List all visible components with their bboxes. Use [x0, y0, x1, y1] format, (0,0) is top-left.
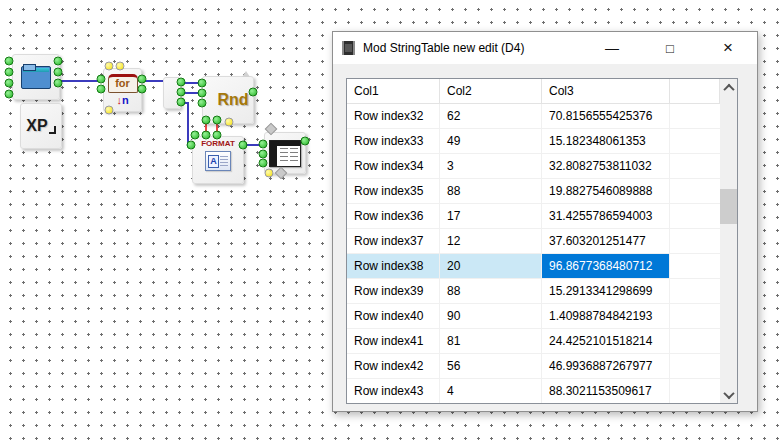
table-cell[interactable]: 88	[440, 179, 542, 203]
port-green[interactable]	[198, 99, 207, 108]
port-yellow[interactable]	[116, 62, 125, 71]
table-row[interactable]: Row index382096.8677368480712	[347, 254, 720, 279]
table-cell[interactable]: Row index42	[347, 354, 440, 378]
table-row[interactable]: Row index361731.4255786594003	[347, 204, 720, 229]
port-yellow[interactable]	[105, 62, 114, 71]
port-green[interactable]	[198, 89, 207, 98]
port-green[interactable]	[177, 88, 186, 97]
port-green[interactable]	[198, 79, 207, 88]
table-cell[interactable]: Row index41	[347, 329, 440, 353]
table-cell[interactable]: 31.4255786594003	[542, 204, 670, 228]
port-green[interactable]	[5, 68, 14, 77]
format-block[interactable]: FORMAT A	[192, 136, 244, 184]
port-green[interactable]	[259, 140, 268, 149]
column-header[interactable]: Col3	[542, 79, 670, 103]
table-row[interactable]: Row index358819.8827546089888	[347, 179, 720, 204]
table-cell[interactable]: 24.4252101518214	[542, 329, 670, 353]
port-green[interactable]	[259, 150, 268, 159]
table-cell[interactable]: 32.8082753811032	[542, 154, 670, 178]
port-green[interactable]	[259, 159, 268, 168]
port-green[interactable]	[5, 57, 14, 66]
port-green[interactable]	[97, 85, 106, 94]
table-cell[interactable]: Row index33	[347, 129, 440, 153]
port-green[interactable]	[5, 79, 14, 88]
table-cell[interactable]: 90	[440, 304, 542, 328]
table-row[interactable]: Row index418124.4252101518214	[347, 329, 720, 354]
string-table-listview[interactable]: Col1 Col2 Col3 Row index326270.815655542…	[346, 78, 738, 404]
port-green[interactable]	[202, 131, 211, 140]
port-green[interactable]	[5, 90, 14, 99]
table-cell[interactable]: 56	[440, 354, 542, 378]
port-green[interactable]	[249, 88, 258, 97]
port-green[interactable]	[187, 141, 196, 150]
close-button[interactable]: ×	[699, 32, 757, 64]
table-cell[interactable]: 96.8677368480712	[542, 254, 670, 278]
port-green[interactable]	[54, 79, 63, 88]
port-green[interactable]	[54, 68, 63, 77]
vertical-scrollbar[interactable]	[720, 79, 737, 403]
table-cell[interactable]: 15.2913341298699	[542, 279, 670, 303]
table-cell[interactable]: 1.40988784842193	[542, 304, 670, 328]
table-cell[interactable]: 4	[440, 379, 542, 403]
table-cell[interactable]: 88.3021153509617	[542, 379, 670, 403]
table-cell[interactable]: Row index37	[347, 229, 440, 253]
table-cell[interactable]: 70.8156555425376	[542, 104, 670, 128]
port-green[interactable]	[213, 131, 222, 140]
scrollbar-thumb[interactable]	[720, 189, 737, 224]
port-green[interactable]	[138, 75, 147, 84]
column-header[interactable]: Col2	[440, 79, 542, 103]
table-cell[interactable]: Row index39	[347, 279, 440, 303]
table-cell[interactable]: 62	[440, 104, 542, 128]
table-cell[interactable]: 19.8827546089888	[542, 179, 670, 203]
table-row[interactable]: Row index425646.9936887267977	[347, 354, 720, 379]
table-cell[interactable]: Row index36	[347, 204, 440, 228]
port-green[interactable]	[239, 141, 248, 150]
table-row[interactable]: Row index40901.40988784842193	[347, 304, 720, 329]
table-cell[interactable]: 81	[440, 329, 542, 353]
port-green[interactable]	[213, 116, 222, 125]
port-green[interactable]	[138, 85, 147, 94]
table-row[interactable]: Row index326270.8156555425376	[347, 104, 720, 129]
wire-form-to-for[interactable]	[60, 80, 101, 82]
table-cell[interactable]: 37.603201251477	[542, 229, 670, 253]
table-cell[interactable]: 17	[440, 204, 542, 228]
table-cell[interactable]: Row index43	[347, 379, 440, 403]
table-row[interactable]: Row index371237.603201251477	[347, 229, 720, 254]
maximize-button[interactable]: □	[641, 32, 699, 64]
port-green[interactable]	[191, 131, 200, 140]
table-cell[interactable]: 88	[440, 279, 542, 303]
table-cell[interactable]: Row index32	[347, 104, 440, 128]
port-yellow[interactable]	[105, 106, 114, 115]
table-cell[interactable]: 12	[440, 229, 542, 253]
scroll-down-button[interactable]	[720, 386, 737, 403]
table-cell[interactable]: Row index38	[347, 254, 440, 278]
minimize-button[interactable]: —	[583, 32, 641, 64]
window-titlebar[interactable]: Mod StringTable new edit (D4) — □ ×	[333, 32, 757, 64]
port-green[interactable]	[202, 116, 211, 125]
wire-hub-down-b[interactable]	[187, 102, 189, 145]
table-cell[interactable]: Row index40	[347, 304, 440, 328]
table-cell[interactable]: 3	[440, 154, 542, 178]
port-green[interactable]	[97, 75, 106, 84]
port-green[interactable]	[54, 57, 63, 66]
table-row[interactable]: Row index334915.182348061353	[347, 129, 720, 154]
table-cell[interactable]: Row index35	[347, 179, 440, 203]
column-header[interactable]: Col1	[347, 79, 440, 103]
port-yellow[interactable]	[225, 118, 234, 127]
stringtable-block[interactable]	[264, 132, 306, 174]
table-row[interactable]: Row index34332.8082753811032	[347, 154, 720, 179]
table-cell[interactable]: Row index34	[347, 154, 440, 178]
wire-for-to-hub[interactable]	[144, 80, 163, 82]
table-cell[interactable]: 49	[440, 129, 542, 153]
port-green[interactable]	[301, 137, 310, 146]
port-green[interactable]	[177, 78, 186, 87]
table-cell[interactable]: 20	[440, 254, 542, 278]
scroll-up-button[interactable]	[720, 79, 737, 96]
xp-block[interactable]: XP	[20, 103, 62, 149]
table-cell[interactable]: 15.182348061353	[542, 129, 670, 153]
port-yellow[interactable]	[265, 169, 274, 178]
port-green[interactable]	[177, 98, 186, 107]
table-row[interactable]: Row index43488.3021153509617	[347, 379, 720, 403]
table-cell[interactable]: 46.9936887267977	[542, 354, 670, 378]
table-row[interactable]: Row index398815.2913341298699	[347, 279, 720, 304]
